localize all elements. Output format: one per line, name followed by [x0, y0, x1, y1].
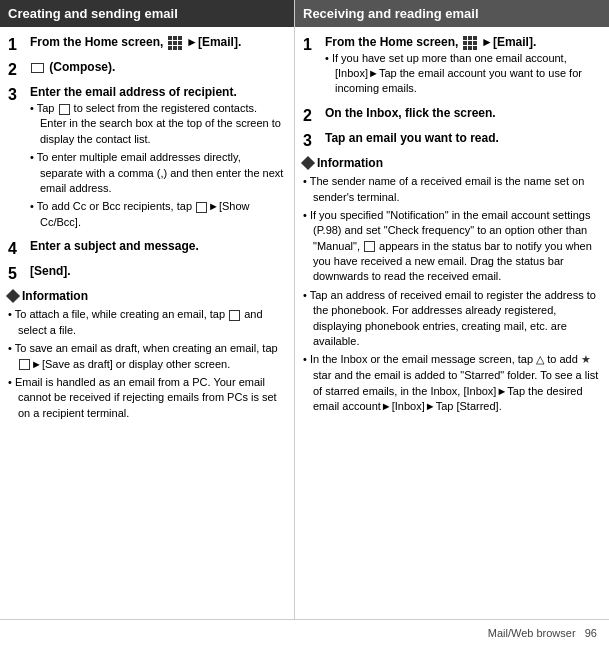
step-1-num: 1: [8, 35, 26, 54]
star-outline-icon: △: [536, 354, 544, 366]
right-header: Receiving and reading email: [295, 0, 609, 27]
left-info-bullet-3: Email is handled as an email from a PC. …: [8, 375, 286, 421]
right-step-3-title: Tap an email you want to read.: [325, 131, 601, 147]
attach-icon: [229, 310, 240, 321]
diamond-icon-left: [6, 289, 20, 303]
right-step-1: 1 From the Home screen, ►[Email]. If you…: [303, 35, 601, 100]
step-3-title: Enter the email address of recipient.: [30, 85, 286, 101]
right-step-2-num: 2: [303, 106, 321, 125]
footer-label: Mail/Web browser: [488, 627, 576, 639]
left-content: 1 From the Home screen, ►[Email]. 2: [0, 27, 294, 619]
step-2-num: 2: [8, 60, 26, 79]
right-info-bullet-1: The sender name of a received email is t…: [303, 174, 601, 205]
step-1-title: From the Home screen, ►[Email].: [30, 35, 286, 51]
footer: Mail/Web browser 96: [0, 619, 609, 645]
right-step-1-content: From the Home screen, ►[Email]. If you h…: [325, 35, 601, 100]
right-step-1-bullet-1: If you have set up more than one email a…: [325, 51, 601, 97]
star-filled-icon: ★: [581, 354, 591, 366]
right-step-1-bullets: If you have set up more than one email a…: [325, 51, 601, 97]
menu-icon-2: [19, 359, 30, 370]
step-1: 1 From the Home screen, ►[Email].: [8, 35, 286, 54]
step-4-title: Enter a subject and message.: [30, 239, 286, 255]
step-4: 4 Enter a subject and message.: [8, 239, 286, 258]
step-3-bullet-3: To add Cc or Bcc recipients, tap ►[Show …: [30, 199, 286, 230]
right-step-2-title: On the Inbox, flick the screen.: [325, 106, 601, 122]
right-info-section: Information The sender name of a receive…: [303, 156, 601, 414]
step-1-content: From the Home screen, ►[Email].: [30, 35, 286, 51]
left-info-header: Information: [8, 289, 286, 303]
step-5: 5 [Send].: [8, 264, 286, 283]
left-info-bullets: To attach a file, while creating an emai…: [8, 307, 286, 421]
right-step-3-num: 3: [303, 131, 321, 150]
left-info-bullet-2: To save an email as draft, when creating…: [8, 341, 286, 372]
notif-icon: [364, 241, 375, 252]
right-info-header: Information: [303, 156, 601, 170]
right-step-1-title: From the Home screen, ►[Email].: [325, 35, 601, 51]
menu-icon: [196, 202, 207, 213]
left-info-bullet-1: To attach a file, while creating an emai…: [8, 307, 286, 338]
right-step-2: 2 On the Inbox, flick the screen.: [303, 106, 601, 125]
step-4-num: 4: [8, 239, 26, 258]
step-2-content: (Compose).: [30, 60, 286, 76]
right-step-1-num: 1: [303, 35, 321, 54]
step-2: 2 (Compose).: [8, 60, 286, 79]
left-info-section: Information To attach a file, while crea…: [8, 289, 286, 421]
step-3-bullet-2: To enter multiple email addresses direct…: [30, 150, 286, 196]
page-wrapper: Creating and sending email 1 From the Ho…: [0, 0, 609, 645]
right-info-bullet-4: In the Inbox or the email message screen…: [303, 352, 601, 414]
step-5-num: 5: [8, 264, 26, 283]
right-column: Receiving and reading email 1 From the H…: [295, 0, 609, 619]
step-4-content: Enter a subject and message.: [30, 239, 286, 255]
footer-page: 96: [585, 627, 597, 639]
step-3-num: 3: [8, 85, 26, 104]
step-3-bullet-1: Tap to select from the registered contac…: [30, 101, 286, 147]
right-info-bullet-2: If you specified "Notification" in the e…: [303, 208, 601, 285]
grid-icon-right-1: [462, 35, 481, 49]
step-3-content: Enter the email address of recipient. Ta…: [30, 85, 286, 233]
right-info-bullet-3: Tap an address of received email to regi…: [303, 288, 601, 350]
two-column-layout: Creating and sending email 1 From the Ho…: [0, 0, 609, 619]
left-column: Creating and sending email 1 From the Ho…: [0, 0, 295, 619]
right-step-3-content: Tap an email you want to read.: [325, 131, 601, 147]
step-3-bullets: Tap to select from the registered contac…: [30, 101, 286, 230]
right-info-bullets: The sender name of a received email is t…: [303, 174, 601, 414]
step-5-content: [Send].: [30, 264, 286, 280]
step-3: 3 Enter the email address of recipient. …: [8, 85, 286, 233]
step-2-title: (Compose).: [30, 60, 286, 76]
contact-icon: [59, 104, 70, 115]
right-step-3: 3 Tap an email you want to read.: [303, 131, 601, 150]
grid-icon-1: [167, 35, 186, 49]
step-5-title: [Send].: [30, 264, 286, 280]
diamond-icon-right: [301, 156, 315, 170]
right-content: 1 From the Home screen, ►[Email]. If you…: [295, 27, 609, 619]
left-header: Creating and sending email: [0, 0, 294, 27]
right-step-2-content: On the Inbox, flick the screen.: [325, 106, 601, 122]
pencil-icon: [31, 63, 44, 73]
